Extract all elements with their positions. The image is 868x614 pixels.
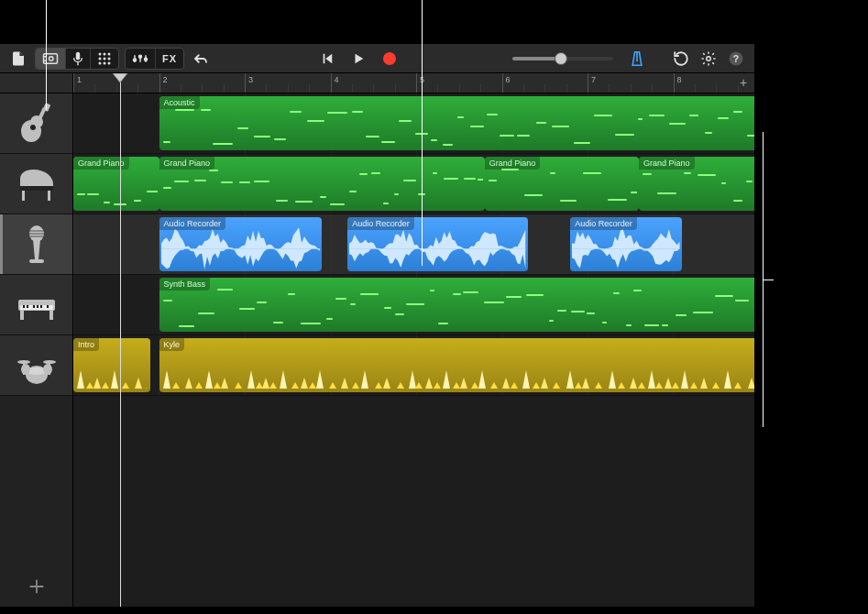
- fx-button[interactable]: FX: [155, 48, 183, 70]
- track-headers: [0, 73, 73, 607]
- svg-text:?: ?: [733, 52, 739, 63]
- callout-brace-tick: [763, 280, 774, 280]
- svg-point-13: [139, 55, 142, 58]
- ruler-bar-8: 8: [674, 73, 682, 93]
- lane-grand-piano[interactable]: Grand PianoGrand PianoGrand PianoGrand P…: [73, 154, 754, 214]
- svg-rect-27: [29, 259, 44, 263]
- add-track-button[interactable]: [0, 566, 72, 607]
- svg-point-9: [99, 61, 102, 64]
- region-midi[interactable]: Acoustic: [159, 96, 755, 150]
- svg-rect-2: [76, 51, 80, 60]
- region-audio[interactable]: Audio Recorder: [570, 217, 682, 271]
- region-midi[interactable]: Grand Piano: [73, 157, 159, 211]
- callout-brace-top: [763, 132, 764, 427]
- keyboard-icon: [15, 283, 59, 327]
- ruler-bar-5: 5: [416, 73, 424, 93]
- region-midi[interactable]: Grand Piano: [159, 157, 485, 211]
- ruler-bar-2: 2: [159, 73, 168, 93]
- svg-point-10: [104, 61, 106, 64]
- region-midi[interactable]: Synth Bass: [159, 278, 755, 332]
- master-volume-slider[interactable]: [512, 57, 613, 60]
- record-button[interactable]: [379, 48, 401, 70]
- track-controls-button[interactable]: [126, 48, 155, 70]
- svg-rect-34: [40, 305, 42, 308]
- lanes-container: AcousticGrand PianoGrand PianoGrand Pian…: [73, 93, 754, 396]
- region-drummer[interactable]: Intro: [73, 338, 150, 392]
- svg-point-14: [145, 58, 148, 60]
- garageband-app: FX: [0, 44, 754, 607]
- svg-point-7: [104, 57, 106, 60]
- svg-rect-37: [49, 311, 53, 320]
- undo-button[interactable]: [190, 48, 212, 70]
- svg-point-15: [707, 56, 711, 60]
- track-header-microphone[interactable]: [0, 214, 72, 275]
- record-icon: [383, 52, 396, 65]
- ruler-bar-3: 3: [245, 73, 253, 93]
- ruler-bar-6: 6: [502, 73, 511, 93]
- mic-view-button[interactable]: [65, 48, 90, 70]
- svg-point-6: [99, 57, 102, 60]
- track-header-drums[interactable]: [0, 335, 72, 396]
- ruler-bar-7: 7: [588, 73, 596, 93]
- ruler-corner: [0, 73, 72, 93]
- track-header-acoustic-guitar[interactable]: [0, 93, 72, 154]
- metronome-button[interactable]: [626, 48, 648, 70]
- drums-icon: [15, 344, 59, 388]
- lane-microphone[interactable]: Audio RecorderAudio RecorderAudio Record…: [73, 214, 754, 275]
- main-area: + 12345678 AcousticGrand PianoGrand Pian…: [0, 73, 754, 607]
- settings-button[interactable]: [698, 48, 720, 70]
- svg-rect-30: [23, 305, 25, 308]
- region-drummer[interactable]: Kyle: [159, 338, 755, 392]
- svg-point-45: [43, 364, 52, 375]
- ruler-bar-1: 1: [73, 73, 82, 93]
- fx-label: FX: [162, 53, 177, 64]
- svg-rect-35: [47, 305, 49, 308]
- my-songs-button[interactable]: [7, 48, 29, 70]
- svg-rect-32: [33, 305, 35, 308]
- control-bar: FX: [0, 44, 754, 73]
- svg-point-12: [134, 59, 137, 61]
- svg-rect-33: [37, 305, 38, 308]
- svg-point-4: [104, 52, 106, 55]
- svg-point-11: [108, 61, 111, 64]
- tracks-view-button[interactable]: [36, 48, 65, 70]
- svg-point-3: [99, 52, 102, 55]
- svg-rect-23: [22, 190, 25, 201]
- track-header-grand-piano[interactable]: [0, 154, 72, 214]
- live-loops-view-button[interactable]: [90, 48, 118, 70]
- svg-point-44: [21, 364, 30, 375]
- region-audio[interactable]: Audio Recorder: [347, 217, 527, 271]
- region-name: Kyle: [159, 338, 185, 351]
- svg-rect-0: [44, 53, 58, 63]
- lane-keyboard[interactable]: Synth Bass: [73, 275, 754, 335]
- tracks-area[interactable]: + 12345678 AcousticGrand PianoGrand Pian…: [73, 73, 754, 607]
- region-midi[interactable]: Grand Piano: [639, 157, 754, 211]
- go-to-beginning-button[interactable]: [316, 48, 338, 70]
- play-button[interactable]: [347, 48, 369, 70]
- track-settings-group: FX: [125, 48, 184, 70]
- view-buttons-group: [35, 48, 119, 70]
- region-midi[interactable]: Grand Piano: [485, 157, 639, 211]
- microphone-icon: [15, 223, 59, 267]
- region-audio[interactable]: Audio Recorder: [159, 217, 323, 271]
- svg-point-5: [108, 52, 111, 55]
- ruler[interactable]: + 12345678: [73, 73, 754, 93]
- region-name: Intro: [73, 338, 99, 351]
- svg-rect-24: [48, 190, 50, 201]
- svg-point-1: [49, 56, 54, 60]
- grand-piano-icon: [15, 162, 59, 206]
- loop-browser-button[interactable]: [670, 48, 692, 70]
- svg-rect-36: [20, 311, 24, 320]
- acoustic-guitar-icon: [15, 102, 59, 146]
- lane-drums[interactable]: IntroKyle: [73, 335, 754, 396]
- ruler-bar-4: 4: [331, 73, 339, 93]
- svg-rect-25: [20, 186, 53, 191]
- lane-acoustic-guitar[interactable]: Acoustic: [73, 93, 754, 154]
- svg-rect-31: [27, 305, 28, 308]
- svg-point-8: [108, 57, 111, 60]
- transport-controls: [316, 48, 401, 70]
- help-button[interactable]: ?: [725, 48, 747, 70]
- track-header-keyboard[interactable]: [0, 275, 72, 335]
- volume-thumb[interactable]: [555, 52, 567, 65]
